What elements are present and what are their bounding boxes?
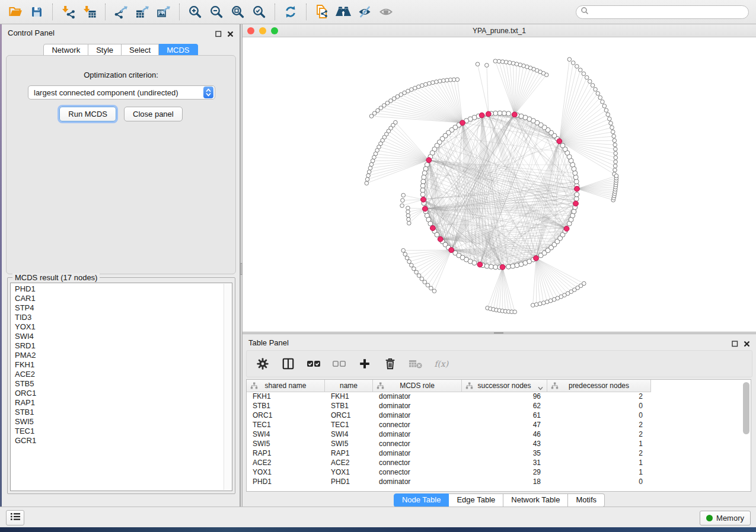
leaf-node[interactable] bbox=[414, 270, 419, 274]
mcds-hub-node[interactable] bbox=[421, 197, 426, 202]
ring-node[interactable] bbox=[484, 264, 489, 268]
table-row[interactable]: PHD1PHD1dominator180 bbox=[247, 477, 651, 487]
leaf-node[interactable] bbox=[407, 221, 412, 225]
mcds-hub-node[interactable] bbox=[438, 236, 443, 242]
export-image-icon[interactable] bbox=[153, 2, 174, 21]
select-all-columns-icon[interactable] bbox=[306, 356, 321, 371]
leaf-node[interactable] bbox=[601, 100, 605, 104]
leaf-node[interactable] bbox=[429, 286, 433, 290]
ring-node[interactable] bbox=[420, 192, 425, 197]
leaf-node[interactable] bbox=[596, 91, 600, 95]
float-panel-icon[interactable] bbox=[732, 339, 738, 350]
leaf-node[interactable] bbox=[485, 63, 489, 68]
close-panel-icon[interactable] bbox=[744, 339, 750, 350]
leaf-node[interactable] bbox=[417, 274, 421, 278]
ring-node[interactable] bbox=[428, 221, 433, 226]
import-table-icon[interactable] bbox=[79, 2, 100, 21]
leaf-node[interactable] bbox=[614, 160, 618, 164]
tab-edge-table[interactable]: Edge Table bbox=[449, 493, 503, 507]
leaf-node[interactable] bbox=[410, 263, 414, 267]
leaf-node[interactable] bbox=[614, 152, 618, 156]
leaf-node[interactable] bbox=[614, 156, 618, 160]
leaf-node[interactable] bbox=[582, 72, 586, 76]
ring-node[interactable] bbox=[422, 171, 427, 175]
mcds-result-list[interactable]: PHD1CAR1STP4TID3YOX1SWI4SRD1PMA2FKH1ACE2… bbox=[10, 283, 232, 491]
leaf-node[interactable] bbox=[613, 143, 617, 147]
memory-button[interactable]: Memory bbox=[700, 511, 751, 525]
leaf-node[interactable] bbox=[406, 214, 410, 218]
leaf-node[interactable] bbox=[406, 210, 410, 214]
leaf-node[interactable] bbox=[610, 126, 614, 130]
mcds-hub-node[interactable] bbox=[557, 139, 562, 144]
save-session-icon[interactable] bbox=[26, 2, 47, 21]
table-row[interactable]: ORC1ORC1dominator610 bbox=[247, 411, 651, 421]
optimization-criterion-dropdown[interactable]: largest connected component (undirected) bbox=[28, 85, 215, 100]
ring-node[interactable] bbox=[560, 143, 565, 148]
mcds-hub-node[interactable] bbox=[486, 111, 491, 117]
leaf-node[interactable] bbox=[613, 164, 617, 168]
mcds-result-item[interactable]: SWI4 bbox=[15, 332, 232, 341]
leaf-node[interactable] bbox=[365, 177, 369, 181]
zoom-out-icon[interactable] bbox=[206, 2, 227, 21]
leaf-node[interactable] bbox=[369, 114, 374, 118]
mcds-result-item[interactable]: PHD1 bbox=[15, 284, 232, 294]
leaf-node[interactable] bbox=[534, 303, 538, 307]
leaf-node[interactable] bbox=[403, 252, 407, 257]
mcds-result-item[interactable]: SWI5 bbox=[15, 417, 232, 427]
column-header-shared-name[interactable]: shared name bbox=[247, 380, 325, 392]
ring-node[interactable] bbox=[506, 264, 511, 269]
mcds-result-item[interactable]: ACE2 bbox=[15, 370, 232, 379]
mcds-hub-node[interactable] bbox=[564, 226, 569, 232]
delete-column-icon[interactable] bbox=[382, 356, 398, 371]
float-panel-icon[interactable] bbox=[215, 29, 222, 40]
mcds-result-item[interactable]: TID3 bbox=[15, 313, 232, 322]
leaf-node[interactable] bbox=[606, 113, 610, 117]
mcds-list-scrollbar[interactable] bbox=[224, 284, 231, 490]
leaf-node[interactable] bbox=[438, 79, 442, 84]
ring-node[interactable] bbox=[422, 175, 426, 180]
table-row[interactable]: YOX1YOX1connector291 bbox=[247, 468, 651, 477]
mcds-hub-node[interactable] bbox=[477, 262, 483, 267]
mcds-hub-node[interactable] bbox=[534, 255, 539, 261]
ring-node[interactable] bbox=[506, 111, 511, 116]
leaf-node[interactable] bbox=[401, 248, 406, 252]
leaf-node[interactable] bbox=[604, 108, 608, 113]
leaf-node[interactable] bbox=[369, 162, 374, 166]
toggle-columns-icon[interactable] bbox=[280, 356, 296, 371]
leaf-node[interactable] bbox=[588, 79, 592, 84]
table-scrollbar-thumb[interactable] bbox=[743, 382, 749, 434]
ring-node[interactable] bbox=[472, 261, 477, 265]
leaf-node[interactable] bbox=[591, 84, 595, 88]
mcds-hub-node[interactable] bbox=[573, 201, 579, 206]
export-table-icon[interactable] bbox=[132, 2, 153, 21]
mcds-result-item[interactable]: ORC1 bbox=[15, 389, 232, 398]
task-history-button[interactable] bbox=[6, 510, 24, 525]
ring-node[interactable] bbox=[435, 232, 439, 237]
leaf-node[interactable] bbox=[594, 88, 598, 92]
leaf-node[interactable] bbox=[372, 111, 377, 116]
leaf-node[interactable] bbox=[493, 59, 497, 63]
close-panel-icon[interactable] bbox=[227, 29, 234, 40]
mcds-hub-node[interactable] bbox=[460, 120, 465, 126]
mcds-hub-node[interactable] bbox=[430, 226, 435, 231]
table-row[interactable]: STB1STB1dominator620 bbox=[247, 402, 651, 411]
table-row[interactable]: SWI5SWI5connector431 bbox=[247, 440, 651, 449]
mcds-hub-node[interactable] bbox=[575, 186, 580, 191]
leaf-node[interactable] bbox=[571, 61, 575, 65]
horizontal-splitter-handle[interactable] bbox=[494, 332, 503, 334]
mcds-result-item[interactable]: RAP1 bbox=[15, 398, 232, 408]
leaf-node[interactable] bbox=[420, 277, 424, 281]
leaf-node[interactable] bbox=[497, 59, 501, 63]
leaf-node[interactable] bbox=[401, 198, 405, 203]
column-header-MCDS-role[interactable]: MCDS role bbox=[373, 380, 462, 392]
leaf-node[interactable] bbox=[366, 174, 371, 178]
leaf-node[interactable] bbox=[613, 168, 617, 172]
ring-node[interactable] bbox=[574, 179, 579, 184]
leaf-node[interactable] bbox=[611, 130, 615, 134]
search-input[interactable] bbox=[589, 6, 748, 18]
table-row[interactable]: SWI4SWI4dominator462 bbox=[247, 430, 651, 440]
mcds-result-item[interactable]: YOX1 bbox=[15, 322, 232, 332]
table-scrollbar[interactable] bbox=[743, 381, 749, 490]
leaf-node[interactable] bbox=[612, 134, 616, 139]
mcds-result-item[interactable]: SRD1 bbox=[15, 341, 232, 351]
